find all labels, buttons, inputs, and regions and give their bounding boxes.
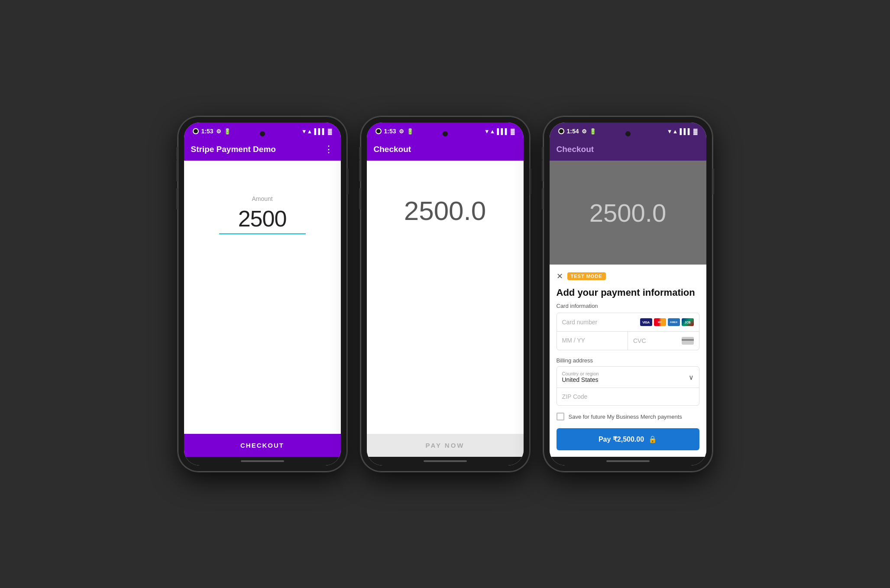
cvc-card-icon [682, 337, 694, 345]
status-left-3: 1:54 ⚙ 🔋 [558, 128, 596, 135]
status-time: 1:53 [201, 128, 214, 135]
silent-button-3[interactable] [542, 147, 544, 160]
pay-button[interactable]: Pay ₹2,500.00 🔒 [557, 428, 699, 450]
camera [260, 131, 265, 136]
volume-up-button-2[interactable] [359, 160, 361, 181]
expiry-cvc-row: MM / YY CVC [557, 332, 699, 350]
silent-button[interactable] [176, 147, 178, 160]
card-info-box: Card number VISA MC AMEX JCB MM / YY CVC [557, 313, 699, 350]
phone-1: 1:53 ⚙ 🔋 ▼▲ ▌▌▌ ▓ Stripe Payment Demo ⋮ … [178, 116, 347, 472]
phone-3: 1:54 ⚙ 🔋 ▼▲ ▌▌▌ ▓ Checkout 2500.0 ✕ TEST… [544, 116, 712, 472]
expiry-input[interactable]: MM / YY [557, 332, 628, 350]
stripe-payment-form: ✕ TEST MODE Add your payment information… [550, 265, 706, 457]
camera-circle-2 [375, 128, 382, 134]
phone-2: 1:53 ⚙ 🔋 ▼▲ ▌▌▌ ▓ Checkout 2500.0 PAY NO… [361, 116, 530, 472]
card-number-row: Card number VISA MC AMEX JCB [557, 313, 699, 332]
volume-down-button-3[interactable] [542, 188, 544, 210]
settings-icon-2: ⚙ [399, 128, 404, 135]
volume-up-button[interactable] [176, 160, 178, 181]
save-label: Save for future My Business Merch paymen… [569, 414, 682, 420]
battery-icon: ▓ [328, 128, 332, 135]
power-button[interactable] [347, 168, 349, 194]
settings-icon: ⚙ [216, 128, 221, 135]
cvc-input[interactable]: CVC [628, 332, 699, 350]
power-button-3[interactable] [712, 168, 714, 194]
app-header-1: Stripe Payment Demo ⋮ [184, 138, 341, 161]
amount-value[interactable]: 2500 [219, 206, 306, 232]
silent-button-2[interactable] [359, 147, 361, 160]
battery-status-icon-3: 🔋 [589, 128, 596, 135]
amex-icon: AMEX [668, 318, 680, 326]
billing-label: Billing address [557, 357, 699, 364]
mastercard-icon: MC [654, 318, 666, 326]
battery-icon-3: ▓ [693, 128, 697, 135]
app-header-3: Checkout [550, 138, 706, 161]
camera-2 [443, 131, 448, 136]
phone1-content: Amount 2500 [184, 161, 341, 434]
home-indicator-1 [184, 457, 341, 465]
country-info: Country or region United States [562, 371, 599, 383]
volume-up-button-3[interactable] [542, 160, 544, 181]
zip-input[interactable]: ZIP Code [557, 388, 699, 405]
status-time-3: 1:54 [567, 128, 579, 135]
status-time-2: 1:53 [384, 128, 396, 135]
status-right: ▼▲ ▌▌▌ ▓ [301, 128, 332, 135]
battery-status-icon-2: 🔋 [407, 128, 414, 135]
app-header-2: Checkout [367, 138, 524, 161]
power-button-2[interactable] [530, 168, 531, 194]
signal-icon-3: ▌▌▌ [680, 128, 692, 135]
phone-1-screen: 1:53 ⚙ 🔋 ▼▲ ▌▌▌ ▓ Stripe Payment Demo ⋮ … [184, 123, 341, 465]
amount-label: Amount [219, 195, 306, 202]
home-bar [241, 460, 284, 462]
phone-3-screen: 1:54 ⚙ 🔋 ▼▲ ▌▌▌ ▓ Checkout 2500.0 ✕ TEST… [550, 123, 706, 465]
camera-3 [625, 131, 631, 136]
volume-down-button[interactable] [176, 188, 178, 210]
save-checkbox[interactable] [557, 413, 564, 420]
battery-icon-2: ▓ [511, 128, 515, 135]
status-left: 1:53 ⚙ 🔋 [193, 128, 231, 135]
card-number-input[interactable]: Card number [562, 319, 598, 326]
menu-button[interactable]: ⋮ [324, 145, 334, 154]
wifi-icon-2: ▼▲ [484, 128, 495, 135]
phone-2-screen: 1:53 ⚙ 🔋 ▼▲ ▌▌▌ ▓ Checkout 2500.0 PAY NO… [367, 123, 524, 465]
camera-circle [193, 128, 199, 134]
card-section-label: Card information [557, 303, 699, 309]
wifi-icon-3: ▼▲ [667, 128, 678, 135]
home-indicator-2 [367, 457, 524, 465]
test-mode-row: ✕ TEST MODE [557, 271, 699, 281]
test-mode-badge: TEST MODE [567, 272, 606, 280]
country-select[interactable]: Country or region United States ∨ [557, 367, 699, 388]
status-right-2: ▼▲ ▌▌▌ ▓ [484, 128, 515, 135]
home-bar-3 [606, 460, 650, 462]
status-left-2: 1:53 ⚙ 🔋 [375, 128, 414, 135]
wifi-icon: ▼▲ [301, 128, 313, 135]
visa-icon: VISA [640, 318, 652, 326]
country-sublabel: Country or region [562, 371, 599, 376]
volume-down-button-2[interactable] [359, 188, 361, 210]
signal-icon-2: ▌▌▌ [497, 128, 509, 135]
status-right-3: ▼▲ ▌▌▌ ▓ [667, 128, 698, 135]
checkout-button[interactable]: CHECKOUT [184, 434, 341, 457]
pay-button-label: Pay ₹2,500.00 [599, 435, 644, 443]
home-indicator-3 [550, 457, 706, 465]
amount-underline [219, 233, 306, 234]
jcb-icon: JCB [682, 318, 694, 326]
chevron-down-icon: ∨ [689, 373, 694, 381]
payment-amount-value: 2500.0 [589, 198, 666, 227]
close-button[interactable]: ✕ [557, 271, 563, 281]
billing-box: Country or region United States ∨ ZIP Co… [557, 366, 699, 406]
card-icons: VISA MC AMEX JCB [640, 318, 694, 326]
camera-circle-3 [558, 128, 564, 134]
app-title-3: Checkout [557, 145, 594, 154]
cvc-placeholder: CVC [633, 337, 646, 344]
cvc-row: CVC [633, 337, 694, 345]
payment-amount-display: 2500.0 [550, 161, 706, 265]
lock-icon: 🔒 [648, 435, 657, 443]
checkout-amount: 2500.0 [404, 195, 486, 226]
payment-form-title: Add your payment information [557, 287, 699, 298]
settings-icon-3: ⚙ [582, 128, 587, 135]
app-title: Stripe Payment Demo [191, 145, 276, 154]
phone2-content: 2500.0 [367, 161, 524, 434]
app-title-2: Checkout [374, 145, 411, 154]
pay-now-button[interactable]: PAY NOW [367, 434, 524, 457]
